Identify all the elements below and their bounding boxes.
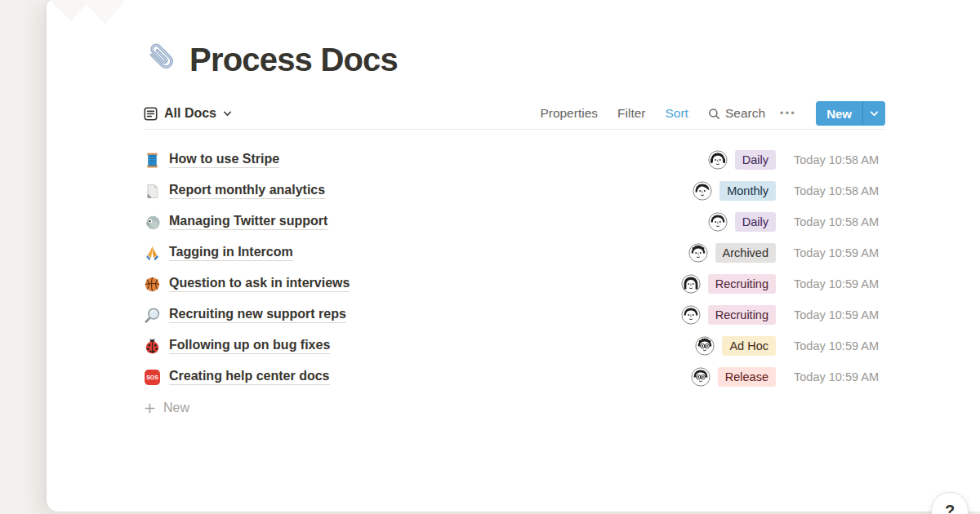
doc-link[interactable]: How to use Stripe (144, 152, 708, 169)
row-properties: Ad Hoc Today 10:59 AM (695, 336, 885, 356)
properties-button[interactable]: Properties (540, 106, 598, 121)
row-properties: Monthly Today 10:58 AM (693, 181, 885, 201)
avatar (691, 367, 710, 387)
doc-title: Managing Twitter support (169, 214, 327, 230)
row-properties: Recruiting Today 10:59 AM (681, 305, 885, 325)
sos-icon: SOS (144, 369, 161, 386)
doc-link[interactable]: Report monthly analytics (144, 183, 693, 200)
edited-timestamp: Today 10:59 AM (794, 308, 885, 321)
page-header: Process Docs (144, 36, 885, 83)
table-row: Tagging in Intercom Archived Today 10:59… (144, 237, 885, 268)
avatar (708, 150, 728, 170)
add-new-label: New (163, 401, 189, 415)
table-row: Recruiting new support reps Recruiting T… (144, 299, 885, 330)
doc-link[interactable]: Recruiting new support reps (144, 307, 681, 324)
status-badge: Ad Hoc (722, 336, 776, 356)
toolbar-actions: Properties Filter Sort Search ••• New (540, 101, 885, 126)
person-and-tag: Archived (688, 243, 776, 263)
status-badge: Monthly (719, 181, 776, 201)
row-properties: Release Today 10:59 AM (691, 367, 885, 387)
plus-icon (144, 402, 156, 414)
person-and-tag: Daily (708, 150, 776, 170)
table-row: Following up on bug fixes Ad Hoc Today 1… (144, 330, 885, 361)
search-button[interactable]: Search (708, 106, 765, 121)
svg-text:SOS: SOS (146, 374, 158, 380)
person-and-tag: Recruiting (681, 305, 776, 325)
page-title: Process Docs (189, 42, 398, 78)
thread-spool-icon (144, 152, 161, 169)
table-row: Question to ask in interviews Recruiting… (144, 268, 885, 299)
list-view-icon (144, 107, 158, 121)
status-badge: Daily (735, 150, 776, 170)
avatar (688, 243, 708, 263)
avatar (693, 181, 712, 201)
doc-title: Recruiting new support reps (169, 307, 346, 323)
table-row: SOS Creating help center docs Release To… (144, 361, 885, 392)
database-toolbar: All Docs Properties Filter Sort Search •… (144, 98, 885, 130)
avatar (695, 336, 715, 356)
more-options-button[interactable]: ••• (780, 108, 796, 119)
bird-icon (144, 214, 161, 231)
folded-hands-icon (144, 245, 161, 262)
doc-list: How to use Stripe Daily Today 10:58 AM R… (144, 130, 885, 392)
row-properties: Archived Today 10:59 AM (688, 243, 885, 263)
doc-title: Creating help center docs (169, 369, 330, 385)
new-button[interactable]: New (816, 101, 862, 126)
filter-button[interactable]: Filter (617, 106, 645, 121)
edited-timestamp: Today 10:59 AM (794, 370, 885, 383)
table-row: Report monthly analytics Monthly Today 1… (144, 175, 885, 206)
search-label: Search (725, 106, 765, 121)
new-button-dropdown[interactable] (862, 101, 885, 126)
ladybug-icon (144, 338, 161, 355)
doc-title: Question to ask in interviews (169, 276, 350, 292)
add-new-row[interactable]: New (144, 392, 885, 423)
help-button[interactable]: ? (931, 492, 969, 514)
page-curl-icon (144, 183, 161, 200)
chevron-down-icon (223, 109, 232, 118)
doc-title: Report monthly analytics (169, 183, 325, 199)
paperclip-icon (144, 41, 181, 78)
doc-title: How to use Stripe (169, 152, 279, 168)
edited-timestamp: Today 10:58 AM (794, 184, 885, 197)
edited-timestamp: Today 10:58 AM (794, 153, 885, 166)
avatar (681, 305, 701, 325)
row-properties: Daily Today 10:58 AM (708, 150, 885, 170)
status-badge: Recruiting (708, 274, 776, 294)
edited-timestamp: Today 10:59 AM (794, 246, 885, 259)
view-switcher[interactable]: All Docs (144, 106, 232, 121)
status-badge: Daily (735, 212, 776, 232)
row-properties: Recruiting Today 10:59 AM (681, 274, 885, 294)
avatar (708, 212, 728, 232)
chevron-down-icon (870, 109, 879, 118)
status-badge: Recruiting (708, 305, 776, 325)
person-and-tag: Recruiting (681, 274, 776, 294)
person-and-tag: Ad Hoc (695, 336, 776, 356)
avatar (681, 274, 701, 294)
doc-link[interactable]: Tagging in Intercom (144, 245, 688, 262)
person-and-tag: Daily (708, 212, 776, 232)
doc-link[interactable]: Following up on bug fixes (144, 338, 695, 355)
edited-timestamp: Today 10:59 AM (794, 277, 885, 290)
doc-title: Following up on bug fixes (169, 338, 330, 354)
new-button-group: New (816, 101, 885, 126)
sort-button[interactable]: Sort (665, 106, 688, 121)
person-and-tag: Monthly (693, 181, 776, 201)
doc-link[interactable]: SOS Creating help center docs (144, 369, 691, 386)
edited-timestamp: Today 10:58 AM (794, 215, 885, 228)
magnifier-icon (144, 307, 161, 324)
edited-timestamp: Today 10:59 AM (794, 339, 885, 352)
status-badge: Archived (715, 243, 776, 263)
basketball-icon (144, 276, 161, 293)
doc-link[interactable]: Managing Twitter support (144, 214, 708, 231)
person-and-tag: Release (691, 367, 776, 387)
doc-title: Tagging in Intercom (169, 245, 293, 261)
doc-link[interactable]: Question to ask in interviews (144, 276, 681, 293)
search-icon (708, 108, 720, 120)
status-badge: Release (718, 367, 776, 387)
row-properties: Daily Today 10:58 AM (708, 212, 885, 232)
table-row: Managing Twitter support Daily Today 10:… (144, 206, 885, 237)
table-row: How to use Stripe Daily Today 10:58 AM (144, 144, 885, 175)
notion-page: Process Docs All Docs Properties Filter … (47, 0, 980, 512)
view-name: All Docs (164, 106, 216, 121)
